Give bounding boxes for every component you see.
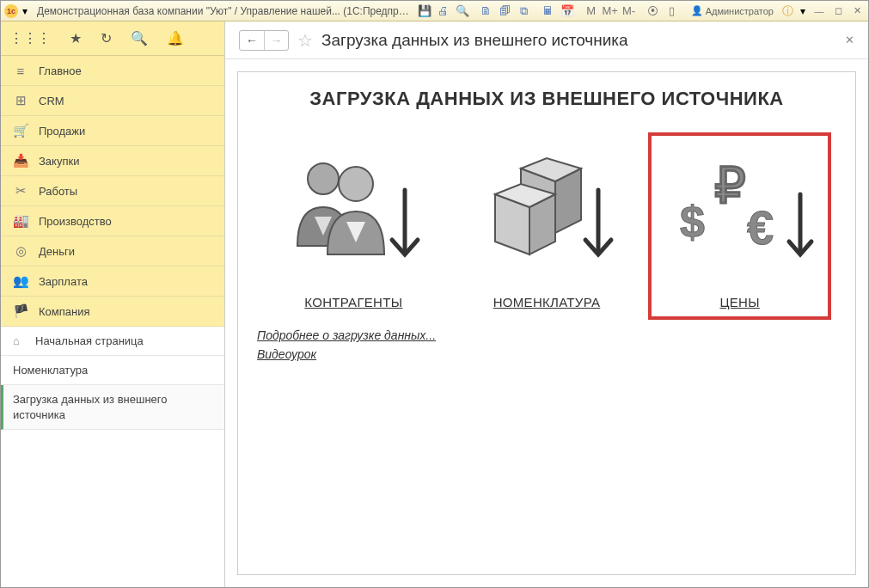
m-button[interactable]: M xyxy=(583,3,600,19)
coin-icon: ◎ xyxy=(13,243,28,259)
sidebar-item-label: CRM xyxy=(39,95,64,107)
m-plus-button[interactable]: M+ xyxy=(602,3,619,19)
sidebar-item-sales[interactable]: 🛒Продажи xyxy=(1,116,224,146)
flag-icon: 🏴 xyxy=(13,303,28,319)
maximize-button[interactable]: ◻ xyxy=(830,4,846,18)
nomenclature-icon xyxy=(474,147,620,276)
doc-open-icon[interactable]: 🗐 xyxy=(497,3,514,19)
people-icon: 👥 xyxy=(13,273,28,289)
functions-icon[interactable]: ⦿ xyxy=(645,3,662,19)
nav-forward-button[interactable]: → xyxy=(264,31,288,50)
preview-icon[interactable]: 🔍 xyxy=(454,3,471,19)
page-title: Загрузка данных из внешнего источника xyxy=(321,31,628,50)
calc-icon[interactable]: 🖩 xyxy=(540,3,557,19)
nav-back-button[interactable]: ← xyxy=(240,31,264,50)
sidebar-item-crm[interactable]: ⊞CRM xyxy=(1,86,224,116)
cart-icon: 🛒 xyxy=(13,123,28,138)
tile-label: КОНТРАГЕНТЫ xyxy=(304,295,402,309)
minimize-button[interactable]: — xyxy=(811,4,827,18)
tools-icon: ✂ xyxy=(13,183,28,199)
link-more-info[interactable]: Подробнее о загрузке данных... xyxy=(257,328,836,342)
bell-icon[interactable]: 🔔 xyxy=(167,30,184,46)
sidebar-item-money[interactable]: ◎Деньги xyxy=(1,236,224,266)
tile-contractors[interactable]: КОНТРАГЕНТЫ xyxy=(266,136,442,316)
tile-label: НОМЕНКЛАТУРА xyxy=(493,295,601,309)
sidebar-toolbar: ⋮⋮⋮ ★ ↻ 🔍 🔔 xyxy=(1,21,224,56)
sidebar-item-purchases[interactable]: 📥Закупки xyxy=(1,146,224,176)
tile-label: ЦЕНЫ xyxy=(719,295,759,309)
search-icon[interactable]: 🔍 xyxy=(131,30,148,46)
sidebar-item-label: Производство xyxy=(39,215,112,228)
contractors-icon xyxy=(280,147,426,276)
panel-icon[interactable]: ▯ xyxy=(664,3,681,19)
nav-arrows: ← → xyxy=(239,30,289,51)
factory-icon: 🏭 xyxy=(13,213,28,229)
svg-text:$: $ xyxy=(680,197,705,247)
content-panel: ЗАГРУЗКА ДАННЫХ ИЗ ВНЕШНЕГО ИСТОЧНИКА xyxy=(237,71,856,575)
tile-prices[interactable]: $ ₽ € ЦЕНЫ xyxy=(652,136,828,316)
user-label: Администратор xyxy=(706,6,774,16)
apps-icon[interactable]: ⋮⋮⋮ xyxy=(9,30,51,46)
window-title: Демонстрационная база компании "Уют" / У… xyxy=(32,5,414,17)
star-icon[interactable]: ★ xyxy=(70,30,82,46)
panel-heading: ЗАГРУЗКА ДАННЫХ ИЗ ВНЕШНЕГО ИСТОЧНИКА xyxy=(257,88,836,110)
sidebar-link-label: Загрузка данных из внешнего источника xyxy=(13,392,212,422)
sidebar-item-main[interactable]: ≡Главное xyxy=(1,56,224,86)
sidebar-item-production[interactable]: 🏭Производство xyxy=(1,206,224,236)
user-icon: 👤 xyxy=(691,5,703,16)
m-minus-button[interactable]: M- xyxy=(621,3,638,19)
svg-point-0 xyxy=(308,163,339,194)
info-icon[interactable]: ⓘ xyxy=(779,3,796,19)
sidebar-item-works[interactable]: ✂Работы xyxy=(1,176,224,206)
tile-nomenclature[interactable]: НОМЕНКЛАТУРА xyxy=(458,136,634,316)
calendar-icon[interactable]: 📅 xyxy=(559,3,576,19)
compare-icon[interactable]: ⧉ xyxy=(516,3,533,19)
sidebar: ⋮⋮⋮ ★ ↻ 🔍 🔔 ≡Главное ⊞CRM 🛒Продажи 📥Заку… xyxy=(1,21,225,587)
save-icon[interactable]: 💾 xyxy=(416,3,433,19)
sidebar-item-label: Зарплата xyxy=(39,275,88,288)
sidebar-link-label: Начальная страница xyxy=(35,334,144,347)
link-video-tutorial[interactable]: Видеоурок xyxy=(257,347,836,361)
favorite-star-icon[interactable]: ☆ xyxy=(297,30,313,51)
menu-icon: ≡ xyxy=(13,64,28,78)
close-tab-button[interactable]: ✕ xyxy=(845,34,854,46)
app-icon: 1c xyxy=(4,4,18,18)
close-window-button[interactable]: ✕ xyxy=(849,4,865,18)
svg-text:€: € xyxy=(747,200,774,254)
user-menu[interactable]: 👤 Администратор xyxy=(688,5,777,16)
prices-icon: $ ₽ € xyxy=(663,147,817,276)
home-icon: ⌂ xyxy=(13,334,27,347)
crm-icon: ⊞ xyxy=(13,93,28,108)
sidebar-link-data-import[interactable]: Загрузка данных из внешнего источника xyxy=(1,385,224,430)
info-dropdown-icon[interactable]: ▾ xyxy=(798,6,808,16)
sidebar-link-nomenclature[interactable]: Номенклатура xyxy=(1,356,224,385)
sidebar-item-label: Компания xyxy=(39,305,90,318)
doc-new-icon[interactable]: 🗎 xyxy=(478,3,495,19)
titlebar: 1c ▾ Демонстрационная база компании "Уют… xyxy=(1,1,868,21)
svg-text:₽: ₽ xyxy=(714,157,746,213)
sidebar-link-label: Номенклатура xyxy=(13,364,88,377)
history-icon[interactable]: ↻ xyxy=(101,30,112,46)
sidebar-item-company[interactable]: 🏴Компания xyxy=(1,297,224,327)
inbox-icon: 📥 xyxy=(13,153,28,168)
print-icon[interactable]: 🖨 xyxy=(435,3,452,19)
sidebar-item-label: Продажи xyxy=(39,125,85,138)
page-header: ← → ☆ Загрузка данных из внешнего источн… xyxy=(225,21,868,59)
sidebar-item-label: Работы xyxy=(39,185,77,198)
app-menu-dropdown-icon[interactable]: ▾ xyxy=(20,6,30,16)
sidebar-link-home[interactable]: ⌂Начальная страница xyxy=(1,327,224,356)
sidebar-item-label: Главное xyxy=(39,64,82,77)
sidebar-item-label: Закупки xyxy=(39,155,79,168)
sidebar-item-salary[interactable]: 👥Зарплата xyxy=(1,266,224,297)
svg-point-1 xyxy=(339,167,373,201)
sidebar-item-label: Деньги xyxy=(39,245,75,258)
